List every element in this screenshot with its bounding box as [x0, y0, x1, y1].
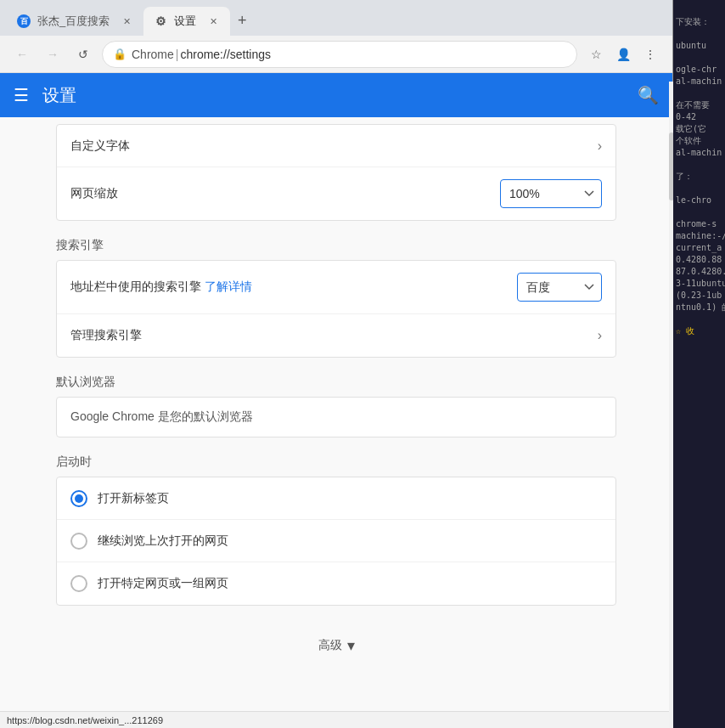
startup-option-new-tab[interactable]: 打开新标签页 [57, 477, 615, 520]
hamburger-menu-icon[interactable]: ☰ [14, 85, 29, 105]
back-button[interactable]: ← [10, 42, 34, 66]
startup-label-continue: 继续浏览上次打开的网页 [98, 533, 228, 549]
zoom-label: 网页缩放 [70, 186, 500, 201]
secure-icon: 🔒 [113, 48, 126, 60]
forward-icon: → [47, 48, 59, 61]
status-bar: https://blog.csdn.net/weixin_...211269 [0, 711, 673, 728]
search-engine-card: 地址栏中使用的搜索引擎 了解详情 百度 Google 必应 搜狗 管理搜索引擎 … [56, 260, 616, 358]
zoom-select[interactable]: 75% 90% 100% 110% 125% 150% 175% 200% [500, 179, 602, 208]
terminal-panel: 下安装： ubuntu ogle-chr al-machin 在不需要 0-42… [673, 0, 725, 728]
settings-header: ☰ 设置 🔍 [0, 73, 672, 117]
menu-icon: ⋮ [644, 48, 656, 61]
tab-baidu[interactable]: 百 张杰_百度搜索 ✕ [7, 7, 143, 36]
startup-option-specific[interactable]: 打开特定网页或一组网页 [57, 562, 615, 605]
settings-page-title: 设置 [42, 84, 638, 107]
startup-label-specific: 打开特定网页或一组网页 [98, 576, 228, 591]
status-url: https://blog.csdn.net/weixin_...211269 [7, 715, 163, 725]
url-divider: | [176, 48, 179, 61]
address-bar[interactable]: 🔒 Chrome | chrome://settings [102, 41, 577, 68]
profile-button[interactable]: 👤 [611, 42, 635, 66]
custom-font-label: 自定义字体 [70, 138, 591, 154]
tab-bar: 百 张杰_百度搜索 ✕ ⚙ 设置 ✕ + [0, 0, 672, 36]
custom-font-chevron: › [598, 138, 602, 154]
tab-settings[interactable]: ⚙ 设置 ✕ [143, 7, 230, 36]
advanced-chevron: ▾ [347, 636, 355, 655]
url-display: Chrome | chrome://settings [132, 48, 271, 61]
bookmark-button[interactable]: ☆ [584, 42, 608, 66]
radio-specific[interactable] [70, 575, 87, 592]
tab-label-settings: 设置 [174, 14, 196, 29]
address-bar-search-row: 地址栏中使用的搜索引擎 了解详情 百度 Google 必应 搜狗 [57, 261, 615, 314]
forward-button[interactable]: → [41, 42, 65, 66]
search-engine-section-label: 搜索引擎 [56, 238, 616, 253]
startup-card: 打开新标签页 继续浏览上次打开的网页 打开特定网页或一组网页 [56, 477, 616, 606]
manage-search-label: 管理搜索引擎 [70, 328, 591, 343]
radio-new-tab[interactable] [70, 490, 87, 507]
terminal-text: 下安装： ubuntu ogle-chr al-machin 在不需要 0-42… [673, 0, 725, 353]
new-tab-button[interactable]: + [230, 8, 254, 32]
refresh-button[interactable]: ↺ [71, 42, 95, 66]
settings-search-icon[interactable]: 🔍 [638, 85, 659, 105]
refresh-icon: ↺ [78, 48, 88, 61]
tab-favicon-settings: ⚙ [154, 14, 167, 28]
manage-search-chevron: › [598, 328, 602, 343]
radio-continue[interactable] [70, 533, 87, 550]
url-origin: Chrome [132, 48, 174, 61]
manage-search-row[interactable]: 管理搜索引擎 › [57, 314, 615, 357]
startup-option-continue[interactable]: 继续浏览上次打开的网页 [57, 520, 615, 562]
url-path: chrome://settings [180, 48, 271, 61]
settings-content[interactable]: 自定义字体 › 网页缩放 75% 90% 100% 110% 125% 150%… [0, 117, 672, 728]
tab-favicon-baidu: 百 [17, 14, 31, 28]
nav-right-icons: ☆ 👤 ⋮ [584, 42, 662, 66]
tab-close-settings[interactable]: ✕ [206, 14, 220, 28]
tab-label-baidu: 张杰_百度搜索 [37, 14, 110, 29]
tab-close-baidu[interactable]: ✕ [120, 14, 133, 28]
learn-more-link[interactable]: 了解详情 [205, 279, 252, 293]
radio-dot-new-tab [75, 494, 83, 503]
default-browser-section-label: 默认浏览器 [56, 375, 616, 390]
profile-icon: 👤 [616, 48, 631, 61]
bookmark-icon: ☆ [591, 48, 602, 61]
advanced-label: 高级 [318, 638, 342, 653]
zoom-row[interactable]: 网页缩放 75% 90% 100% 110% 125% 150% 175% 20… [57, 167, 615, 220]
startup-label-new-tab: 打开新标签页 [98, 491, 169, 506]
startup-section-label: 启动时 [56, 454, 616, 470]
settings-inner: 自定义字体 › 网页缩放 75% 90% 100% 110% 125% 150%… [22, 117, 650, 697]
nav-bar: ← → ↺ 🔒 Chrome | chrome://settings ☆ 👤 [0, 36, 672, 73]
font-section-card: 自定义字体 › 网页缩放 75% 90% 100% 110% 125% 150%… [56, 124, 616, 221]
search-engine-select[interactable]: 百度 Google 必应 搜狗 [517, 273, 602, 302]
address-bar-search-label: 地址栏中使用的搜索引擎 了解详情 [70, 279, 517, 295]
custom-font-row[interactable]: 自定义字体 › [57, 125, 615, 167]
menu-button[interactable]: ⋮ [638, 42, 662, 66]
back-icon: ← [16, 48, 28, 61]
advanced-row[interactable]: 高级 ▾ [56, 619, 616, 663]
default-browser-info: Google Chrome 是您的默认浏览器 [56, 397, 616, 437]
browser-window: 百 张杰_百度搜索 ✕ ⚙ 设置 ✕ + ← → ↺ 🔒 Chrom [0, 0, 673, 728]
